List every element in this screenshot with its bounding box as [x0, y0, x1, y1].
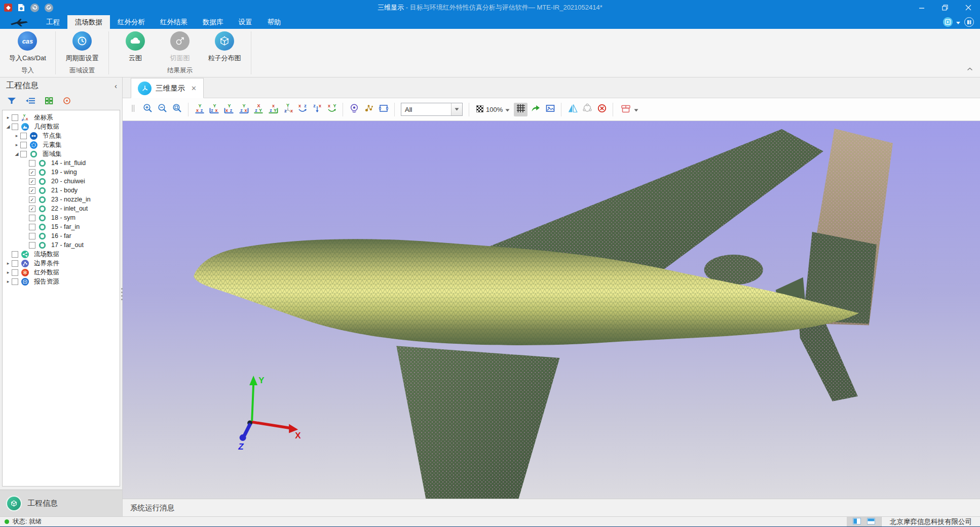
panel-collapse-icon[interactable]: ‹ [115, 82, 117, 90]
list-view-icon[interactable] [26, 97, 35, 106]
tree-checkbox[interactable] [20, 142, 27, 148]
restore-button[interactable] [933, 0, 957, 15]
ribbon-cube-button[interactable]: 粒子分布图 [202, 31, 247, 64]
ribbon-collapse-icon[interactable] [967, 64, 973, 73]
tree-item-14-int-fluid[interactable]: 14 - int_fluid [3, 158, 120, 168]
tree-checkbox[interactable] [20, 133, 27, 139]
cancel-button[interactable] [595, 103, 609, 116]
tree-expander-icon[interactable]: ◢ [5, 124, 12, 129]
view-bottom-button[interactable]: xzY [266, 103, 280, 116]
view-back-button[interactable]: Yzx [207, 103, 221, 116]
tree-checkbox[interactable] [12, 124, 18, 130]
tree-checkbox[interactable] [29, 233, 35, 239]
tree-checkbox[interactable] [29, 215, 35, 221]
tree-checkbox[interactable] [29, 224, 35, 230]
grip-button[interactable] [126, 103, 140, 116]
rot-z-button[interactable]: xY [325, 103, 338, 116]
rot-x-button[interactable]: xz [295, 103, 309, 116]
tree-checkbox[interactable]: ✓ [29, 169, 35, 176]
close-button[interactable] [957, 0, 980, 15]
view-left-button[interactable]: Yxz [222, 103, 236, 116]
tree-checkbox[interactable] [12, 114, 18, 121]
dropdown-caret-icon[interactable] [956, 18, 961, 27]
redo-icon[interactable] [45, 4, 53, 12]
probe-button[interactable] [347, 103, 361, 116]
tree-checkbox[interactable] [12, 251, 18, 258]
menu-item-5[interactable]: 设置 [231, 15, 260, 29]
target-icon[interactable] [63, 97, 71, 107]
tree-checkbox[interactable] [20, 151, 27, 157]
panel-footer-tab[interactable]: 工程信息 [0, 490, 122, 516]
tab-3d-display[interactable]: 三维显示 ✕ [131, 78, 204, 98]
particles-button[interactable] [362, 103, 375, 116]
tree-expander-icon[interactable]: ▸ [13, 142, 20, 147]
tree-item-node-17[interactable]: ▸ 红外数据 [3, 268, 120, 277]
tree-item-node-2[interactable]: ▸ 节点集 [3, 131, 120, 140]
tree-item-20-chuiwei[interactable]: ✓ 20 - chuiwei [3, 177, 120, 186]
view-top-button[interactable]: XzY [251, 103, 265, 116]
view-right-button[interactable]: Yzx [237, 103, 250, 116]
tree-expander-icon[interactable]: ◢ [13, 151, 20, 156]
tree-item-node-15[interactable]: 流场数据 [3, 250, 120, 259]
undo-icon[interactable] [30, 4, 39, 12]
ribbon-cas-button[interactable]: cas导入Cas/Dat [4, 31, 51, 64]
menu-item-1[interactable]: 流场数据 [67, 15, 110, 29]
layer-filter-select[interactable]: All [401, 103, 463, 116]
menu-item-4[interactable]: 数据库 [195, 15, 231, 29]
panel-splitter-handle[interactable] [120, 282, 124, 306]
tree-expander-icon[interactable]: ▸ [5, 270, 12, 275]
tree-checkbox[interactable]: ✓ [29, 187, 35, 194]
view-front-button[interactable]: Yxz [193, 103, 206, 116]
layout-left-panel-icon[interactable] [853, 518, 861, 526]
tree-checkbox[interactable] [12, 260, 18, 267]
ribbon-cloud-button[interactable]: 云图 [113, 31, 158, 64]
tree-expander-icon[interactable]: ▸ [13, 133, 20, 138]
library-panel-icon[interactable] [964, 17, 974, 27]
tree-item-node-3[interactable]: ▸ 元素集 [3, 140, 120, 149]
zoom-fit-button[interactable] [170, 103, 184, 116]
tree-item-node-0[interactable]: ▸ Yzx 坐标系 [3, 113, 120, 122]
package-button[interactable] [617, 103, 642, 116]
tree-item-node-18[interactable]: ▸ 报告资源 [3, 277, 120, 286]
link-nodes-button[interactable] [580, 103, 594, 116]
tree-item-22-inlet-out[interactable]: ✓ 22 - inlet_out [3, 204, 120, 213]
rot-y-button[interactable]: zx [310, 103, 324, 116]
menu-item-2[interactable]: 红外分析 [110, 15, 153, 29]
menu-item-3[interactable]: 红外结果 [153, 15, 195, 29]
save-document-icon[interactable] [18, 4, 25, 12]
tree-checkbox[interactable]: ✓ [29, 206, 35, 212]
combo-dropdown-icon[interactable] [451, 103, 462, 115]
tree-checkbox[interactable] [29, 160, 35, 167]
mirror-button[interactable] [566, 103, 579, 116]
tree-item-23-nozzle-in[interactable]: ✓ 23 - nozzle_in [3, 195, 120, 204]
zoom-in-button[interactable] [141, 103, 155, 116]
rot-iso-button[interactable]: Yzx [281, 103, 294, 116]
menu-item-6[interactable]: 帮助 [260, 15, 289, 29]
minimize-button[interactable] [910, 0, 933, 15]
grid-toggle-button[interactable] [514, 103, 527, 116]
run-panel-icon[interactable] [943, 17, 953, 27]
tree-item-19-wing[interactable]: ✓ 19 - wing [3, 168, 120, 177]
tree-checkbox[interactable]: ✓ [29, 196, 35, 203]
select-rect-button[interactable] [376, 103, 390, 116]
grid-view-icon[interactable] [45, 97, 53, 106]
tree-item-18-sym[interactable]: 18 - sym [3, 213, 120, 222]
tree-item-node-16[interactable]: ▸ 边界条件 [3, 259, 120, 268]
snapshot-button[interactable] [543, 103, 557, 116]
filter-icon[interactable] [7, 97, 16, 106]
app-badge-icon[interactable] [4, 4, 12, 12]
tree-item-16-far[interactable]: 16 - far [3, 231, 120, 240]
tree-item-21-body[interactable]: ✓ 21 - body [3, 186, 120, 195]
menu-item-0[interactable]: 工程 [39, 15, 67, 29]
opacity-button[interactable]: 100% [473, 103, 513, 116]
tree-checkbox[interactable] [12, 278, 18, 285]
tree-expander-icon[interactable]: ▸ [5, 115, 12, 120]
tree-item-node-1[interactable]: ◢ 几何数据 [3, 122, 120, 131]
ribbon-clock-button[interactable]: 周期面设置 [60, 31, 104, 64]
tab-close-icon[interactable]: ✕ [191, 85, 197, 92]
tree-item-17-far-out[interactable]: 17 - far_out [3, 240, 120, 250]
tree-expander-icon[interactable]: ▸ [5, 279, 12, 284]
3d-viewport[interactable]: Y X Z [123, 121, 980, 499]
tree-checkbox[interactable] [12, 269, 18, 276]
layout-top-panel-icon[interactable] [867, 518, 875, 526]
